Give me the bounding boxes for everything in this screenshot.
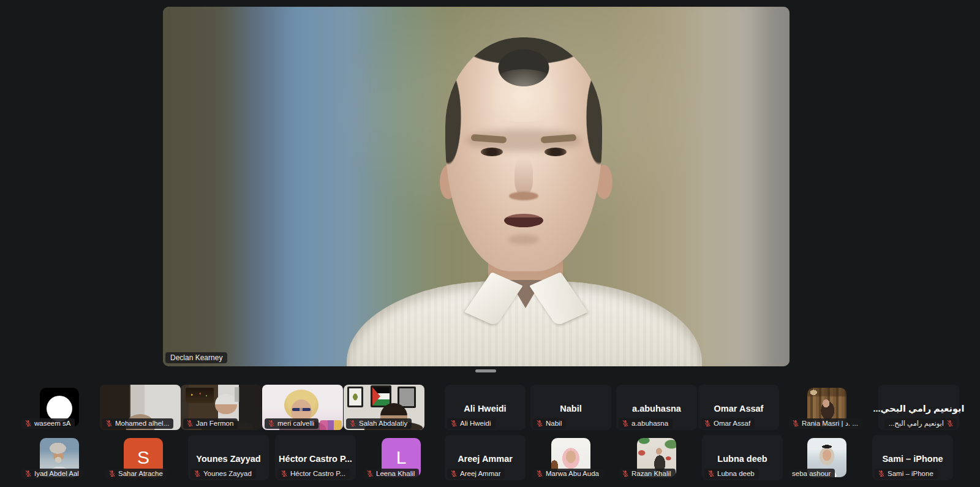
participant-badge-text: Iyad Abdel Aal (34, 470, 79, 477)
muted-mic-icon (536, 420, 543, 427)
participant-name-badge: Areej Ammar (447, 469, 505, 479)
participant-name-badge: Sahar Atrache (105, 469, 167, 479)
speaker-eye (545, 148, 567, 156)
muted-mic-icon (281, 470, 288, 477)
participant-name-badge: Salah Abdalatiy (346, 418, 412, 429)
participant-badge-text: Sahar Atrache (118, 470, 163, 477)
muted-mic-icon (878, 470, 885, 477)
participant-name-badge: Razan Khalil (619, 469, 676, 479)
participant-tile-h-ctor-castro-p[interactable]: Héctor Castro P... Héctor Castro P... (275, 435, 356, 480)
participant-badge-text: Jan Fermon (196, 420, 233, 427)
muted-mic-icon (704, 420, 711, 427)
participant-name-badge: Rania Masri | د. ... (789, 418, 862, 429)
participant-badge-text: ابونعيم رامي البح... (889, 419, 944, 428)
participant-badge-text: Héctor Castro P... (290, 470, 345, 477)
muted-mic-icon (24, 470, 32, 477)
participant-badge-text: Rania Masri | د. ... (802, 419, 858, 428)
participant-badge-text: Razan Khalil (631, 470, 671, 477)
participant-tile-salah-abdalatiy[interactable]: Salah Abdalatiy (344, 385, 424, 430)
participant-badge-text: Omar Assaf (714, 420, 750, 427)
muted-mic-icon (450, 420, 458, 427)
participant-badge-text: Leena Khalil (376, 470, 415, 477)
participant-name-badge: Mohamed alhel... (102, 418, 173, 429)
participant-badge-text: Marwa Abu Auda (546, 470, 599, 477)
participant-badge-text: Younes Zayyad (203, 470, 252, 477)
participant-name-badge: Jan Fermon (183, 418, 238, 429)
muted-mic-icon (186, 420, 194, 427)
participant-badge-text: Salah Abdalatiy (359, 420, 407, 427)
muted-mic-icon (946, 420, 954, 427)
participant-tile-lubna-deeb[interactable]: Lubna deeb Lubna deeb (702, 435, 783, 480)
participant-tile-marwa-abu-auda[interactable]: Marwa Abu Auda (530, 435, 611, 480)
participant-badge-text: seba ashour (792, 470, 831, 477)
participant-badge-text: meri calvelli (277, 420, 314, 427)
participant-tile-jan-fermon[interactable]: Jan Fermon (181, 385, 262, 430)
participant-name-badge: waseem sA (21, 418, 75, 429)
participant-name-badge: ابونعيم رامي البح... (884, 418, 957, 429)
participant-name-badge: seba ashour (789, 469, 835, 479)
participant-name-badge: Sami – iPhone (875, 469, 938, 479)
participant-name-text: Areej Ammar (429, 454, 541, 464)
participant-name-text: ابونعيم رامي البحي... (862, 404, 975, 413)
participant-tile-nabil[interactable]: Nabil Nabil (530, 385, 611, 430)
muted-mic-icon (349, 420, 356, 427)
muted-mic-icon (622, 420, 629, 427)
participant-name-badge: Nabil (533, 418, 566, 429)
zoom-meeting-screen: Declan Kearney waseem sA Mohamed alhel..… (0, 0, 980, 487)
participant-tile-razan-khalil[interactable]: Razan Khalil (616, 435, 697, 480)
muted-mic-icon (194, 470, 201, 477)
participant-name-text: Omar Assaf (682, 404, 795, 413)
avatar-initial: L (396, 448, 407, 467)
participant-name-badge: Ali Hweidi (447, 418, 496, 429)
participant-tile-omar-assaf[interactable]: Omar Assaf Omar Assaf (698, 385, 779, 430)
participant-name-badge: Héctor Castro P... (277, 469, 350, 479)
participant-name-badge: Iyad Abdel Aal (21, 469, 83, 479)
speaker-eye (481, 148, 503, 156)
speaker-name-badge: Declan Kearney (165, 352, 227, 363)
participant-name-badge: meri calvelli (265, 418, 318, 429)
participant-badge-text: Ali Hweidi (460, 420, 491, 427)
muted-mic-icon (707, 470, 715, 477)
participant-name-badge: a.abuhasna (619, 418, 673, 429)
participant-tile-sami-iphone[interactable]: Sami – iPhone Sami – iPhone (872, 435, 953, 480)
participant-name-text: Sami – iPhone (856, 454, 969, 464)
participant-tile-younes-zayyad[interactable]: Younes Zayyad Younes Zayyad (188, 435, 269, 480)
muted-mic-icon (536, 470, 543, 477)
muted-mic-icon (268, 420, 275, 427)
gallery-resize-handle[interactable] (475, 369, 496, 372)
participant-name-badge: Younes Zayyad (190, 469, 256, 479)
muted-mic-icon (24, 420, 32, 427)
muted-mic-icon (622, 470, 629, 477)
participant-name-text: Héctor Castro P... (259, 454, 372, 464)
participant-badge-text: Mohamed alhel... (115, 420, 169, 427)
avatar-initial: S (137, 448, 149, 467)
participant-badge-text: Nabil (546, 420, 562, 427)
participant-tile-meri-calvelli[interactable]: meri calvelli (262, 385, 343, 430)
speaker-mouth (504, 214, 543, 227)
participant-name-badge: Leena Khalil (363, 469, 419, 479)
participant-tile-mohamed-alhel[interactable]: Mohamed alhel... (100, 385, 181, 430)
participant-tile-rania-masri[interactable]: Rania Masri | د. ... (786, 385, 867, 430)
speaker-face (445, 37, 602, 271)
participant-badge-text: a.abuhasna (631, 420, 668, 427)
participant-tile-waseem-sa[interactable]: waseem sA (19, 385, 100, 430)
participant-badge-text: Areej Ammar (460, 470, 500, 477)
participant-tile-iyad-abdel-aal[interactable]: Iyad Abdel Aal (19, 435, 100, 480)
participant-tile-ali-hweidi[interactable]: Ali Hweidi Ali Hweidi (445, 385, 526, 430)
muted-mic-icon (366, 470, 374, 477)
participant-badge-text: waseem sA (34, 420, 70, 427)
participant-name-badge: Marwa Abu Auda (533, 469, 603, 479)
participant-tile-seba-ashour[interactable]: seba ashour (786, 435, 867, 480)
participant-name-badge: Lubna deeb (704, 469, 759, 479)
participant-name-badge: Omar Assaf (701, 418, 755, 429)
muted-mic-icon (108, 470, 116, 477)
participant-tile-areej-ammar[interactable]: Areej Ammar Areej Ammar (445, 435, 526, 480)
participant-tile-participant[interactable]: ابونعيم رامي البحي... ابونعيم رامي البح.… (878, 385, 959, 430)
muted-mic-icon (792, 420, 799, 427)
muted-mic-icon (105, 420, 113, 427)
participant-name-text: Lubna deeb (686, 454, 799, 464)
speaker-video-tile[interactable]: Declan Kearney (163, 7, 790, 366)
participant-badge-text: Sami – iPhone (888, 470, 933, 477)
muted-mic-icon (450, 470, 458, 477)
speaker-name-text: Declan Kearney (170, 353, 222, 362)
